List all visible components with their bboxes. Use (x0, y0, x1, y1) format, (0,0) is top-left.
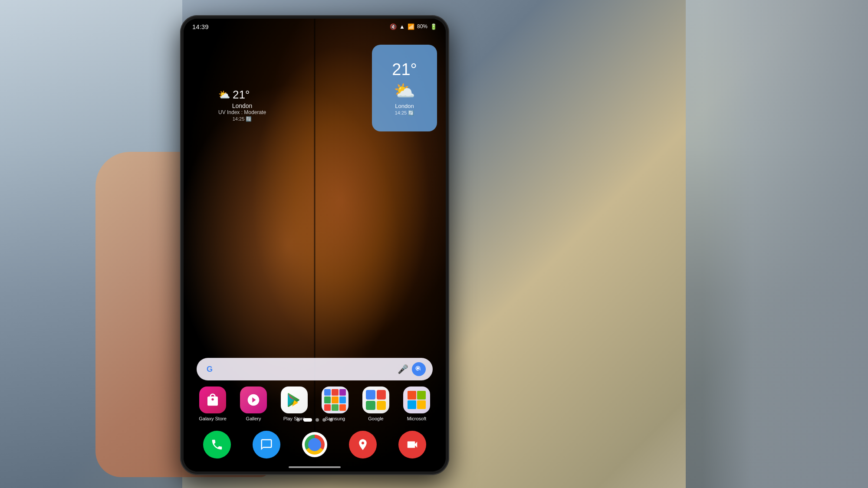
galaxy-store-icon (199, 386, 226, 413)
pinterest-icon (349, 431, 377, 459)
google-label: Google (368, 416, 383, 421)
page-dot-4[interactable] (322, 418, 326, 422)
wifi-icon: ▲ (399, 23, 405, 30)
dock (192, 431, 437, 459)
battery-indicator: 80% (417, 23, 427, 29)
weather-temp-small: 21° (233, 88, 250, 102)
gallery-label: Gallery (246, 416, 261, 421)
google-icon (362, 386, 389, 413)
weather-city-small: London (218, 102, 266, 109)
battery-icon: 🔋 (430, 23, 437, 30)
search-lens-icon[interactable] (412, 362, 426, 376)
app-samsung[interactable]: Samsung (316, 386, 355, 421)
page-dot-2[interactable] (303, 418, 312, 422)
galaxy-store-label: Galaxy Store (199, 416, 227, 421)
app-gallery[interactable]: Gallery (234, 386, 273, 421)
app-microsoft[interactable]: Microsoft (397, 386, 436, 421)
play-store-icon (281, 386, 308, 413)
status-bar: 14:39 🔇 ▲ 📶 80% 🔋 (184, 19, 446, 34)
page-dot-3[interactable] (316, 418, 319, 422)
status-time: 14:39 (192, 23, 209, 30)
app-google[interactable]: Google (356, 386, 395, 421)
mute-icon: 🔇 (390, 23, 397, 30)
samsung-icon (322, 386, 349, 413)
screen-recorder-icon (398, 431, 426, 459)
app-play-store[interactable]: Play Store (275, 386, 314, 421)
phone-device: 14:39 🔇 ▲ 📶 80% 🔋 ⛅ 21° London UV Index … (180, 15, 449, 475)
app-row-1: Galaxy Store Gallery (192, 386, 437, 421)
window-frame (703, 0, 868, 488)
chrome-icon (302, 432, 327, 457)
app-grid: Galaxy Store Gallery (192, 386, 437, 428)
weather-temp-large: 21° (392, 60, 417, 79)
weather-widget-small[interactable]: ⛅ 21° London UV Index : Moderate 14:25 🔄 (218, 88, 266, 122)
google-logo: G (204, 363, 216, 375)
page-dot-5[interactable] (329, 418, 333, 422)
dock-phone[interactable] (203, 431, 231, 459)
phone-icon (203, 431, 231, 459)
app-galaxy-store[interactable]: Galaxy Store (193, 386, 232, 421)
microsoft-label: Microsoft (407, 416, 427, 421)
weather-uv: UV Index : Moderate (218, 109, 266, 115)
search-mic-icon[interactable]: 🎤 (398, 364, 408, 374)
dock-screen-recorder[interactable] (398, 431, 426, 459)
dock-chrome[interactable] (302, 432, 327, 457)
weather-city-large: London (395, 103, 414, 109)
weather-cloud-icon-large: ⛅ (394, 81, 415, 101)
weather-cloud-icon-small: ⛅ (218, 89, 230, 101)
weather-time-small: 14:25 🔄 (218, 116, 266, 122)
weather-temp-row: ⛅ 21° (218, 88, 266, 102)
status-icons: 🔇 ▲ 📶 80% 🔋 (390, 23, 437, 30)
weather-time-large: 14:25 🔄 (395, 110, 414, 116)
gallery-icon (240, 386, 267, 413)
microsoft-icon (403, 386, 430, 413)
dock-pinterest[interactable] (349, 431, 377, 459)
page-dot-1[interactable] (296, 418, 300, 422)
dock-messages[interactable] (253, 431, 280, 459)
messages-icon (253, 431, 280, 459)
nav-bar (289, 466, 341, 468)
search-bar[interactable]: G 🎤 (197, 358, 433, 380)
signal-icon: 📶 (408, 23, 414, 30)
weather-widget-large[interactable]: 21° ⛅ London 14:25 🔄 (372, 45, 437, 131)
page-indicators (296, 418, 333, 422)
phone-screen: 14:39 🔇 ▲ 📶 80% 🔋 ⛅ 21° London UV Index … (184, 19, 446, 472)
